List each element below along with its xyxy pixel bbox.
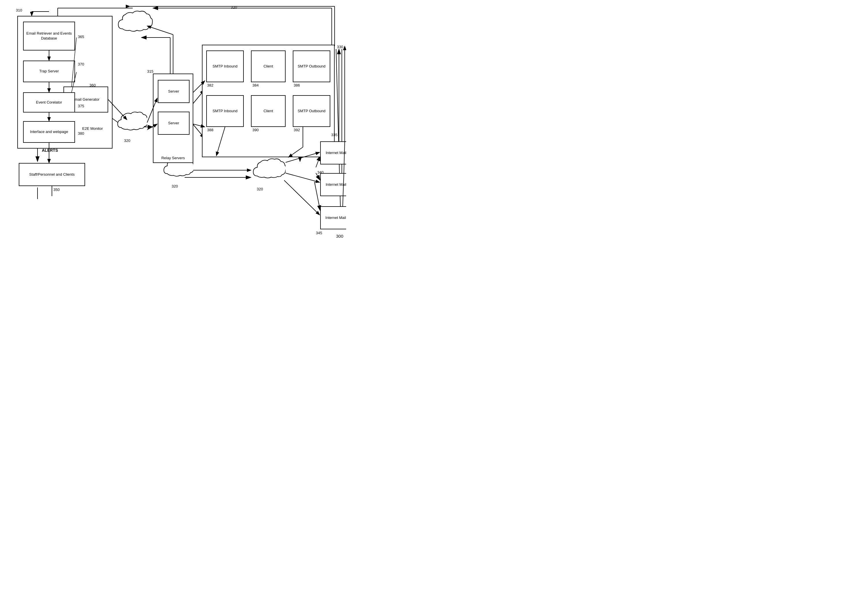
number-382: 382 [207, 83, 214, 87]
server1-box: Server [158, 80, 189, 103]
number-320b: 320 [124, 139, 130, 143]
number-380: 380 [78, 131, 84, 136]
number-315: 315 [147, 69, 153, 73]
number-340: 340 [317, 170, 324, 175]
staff-personnel-box: Staff/Personnel and Clients [19, 163, 85, 186]
number-345: 345 [316, 231, 322, 235]
smtp-outbound-2-box: SMTP Outbound [293, 95, 330, 127]
email-retriever-box: Email Retriever and Events Database [23, 22, 75, 50]
cloud-middle [116, 109, 147, 136]
number-335: 335 [331, 133, 337, 137]
smtp-outbound-1-box: SMTP Outbound [293, 50, 330, 82]
internet-mail-1-box: Internet Mail Account 1 [320, 141, 346, 164]
alerts-label: ALERTS [42, 148, 58, 153]
number-320d: 320 [257, 187, 263, 191]
client-1-box: Client [251, 50, 286, 82]
number-300: 300 [336, 234, 343, 239]
smtp-inbound-2-box: SMTP Inbound [206, 95, 244, 127]
number-360: 360 [89, 83, 96, 87]
svg-line-57 [286, 173, 320, 182]
number-392: 392 [293, 128, 300, 132]
number-390: 390 [253, 128, 259, 132]
svg-line-23 [314, 182, 320, 211]
internet-mail-n-box: Internet Mail Account N [320, 206, 346, 229]
number-388: 388 [207, 128, 214, 132]
number-365: 365 [78, 34, 84, 39]
svg-line-21 [316, 156, 320, 167]
cloud-right [251, 156, 286, 185]
e2e-monitor-label: E2E Monitor [82, 126, 103, 131]
relay-servers-box: Server Server Relay Servers [153, 73, 193, 163]
client-2-box: Client [251, 95, 286, 127]
interface-webpage-box: Interface and webpage [23, 121, 75, 143]
number-386: 386 [293, 83, 300, 87]
number-330: 330 [337, 45, 343, 49]
number-384: 384 [253, 83, 259, 87]
cloud-top [116, 9, 153, 37]
number-375: 375 [78, 104, 84, 108]
number-310: 310 [16, 8, 22, 12]
internet-mail-2-box: Internet Mail Account 2 [320, 173, 346, 196]
number-320a: 320 [231, 5, 237, 9]
event-corelator-box: Event Corelator [23, 92, 75, 112]
number-370: 370 [78, 62, 84, 66]
relay-servers-label: Relay Servers [153, 156, 193, 160]
number-320c: 320 [172, 184, 178, 188]
smtp-inbound-1-box: SMTP Inbound [206, 50, 244, 82]
svg-line-58 [284, 180, 320, 215]
trap-server-box: Trap Server [23, 61, 75, 82]
server2-box: Server [158, 112, 189, 135]
number-350: 350 [53, 187, 60, 192]
